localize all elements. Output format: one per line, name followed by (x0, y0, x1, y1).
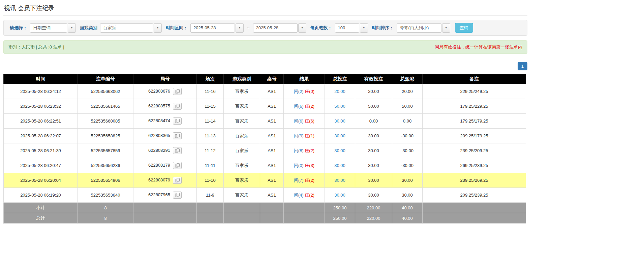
view-result-cards-icon[interactable] (173, 162, 182, 169)
table-row[interactable]: 2025-05-28 06:20:04 522535654906 6228080… (4, 173, 526, 188)
sort-combobox: ▼ (397, 23, 450, 33)
result-banker: 庄(2) (305, 178, 314, 183)
filter-bar: 请选择： ▼ 游戏类别 ▼ 时间区间： ▼ ~ ▼ 每页笔数： ▼ 时间排序： … (3, 20, 527, 36)
grand-total-total-bet: 250.00 (325, 213, 355, 224)
table-row[interactable]: 2025-05-28 06:20:47 522535656236 6228081… (4, 158, 526, 173)
grand-total-count: 8 (78, 213, 133, 224)
result-player: 闲(4) (294, 193, 304, 198)
cell-game-type: 百家乐 (224, 188, 260, 203)
cell-session: 11-12 (197, 143, 224, 158)
table-row[interactable]: 2025-05-28 06:22:07 522535658825 6228083… (4, 129, 526, 143)
cell-total-bet: 50.00 (325, 99, 355, 114)
result-banker: 庄(2) (305, 148, 314, 153)
cell-bet-id: 522535654906 (78, 173, 133, 188)
subtotal-payout: 40.00 (392, 203, 423, 213)
cards-icon (175, 89, 180, 94)
total-bet-link[interactable]: 30.00 (334, 118, 345, 124)
cell-payout: 30.00 (392, 188, 423, 203)
cell-round-id: 622808179 (133, 158, 197, 173)
query-type-combobox: ▼ (30, 23, 76, 33)
date-to-combobox: ▼ (253, 23, 306, 33)
result-banker: 庄(6) (305, 118, 314, 124)
table-row[interactable]: 2025-05-28 06:21:39 522535657859 6228082… (4, 143, 526, 158)
subtotal-row: 小计 8 250.00 220.00 40.00 (4, 203, 526, 213)
table-row[interactable]: 2025-05-28 06:22:51 522535660085 6228084… (4, 114, 526, 129)
cell-payout: -30.00 (392, 158, 423, 173)
cell-payout: -30.00 (392, 129, 423, 143)
cell-valid-bet: 30.00 (355, 173, 392, 188)
cell-table-no: AS1 (260, 99, 284, 114)
header-payout: 总派彩 (392, 74, 423, 84)
total-bet-link[interactable]: 30.00 (334, 133, 345, 138)
total-bet-link[interactable]: 30.00 (334, 193, 345, 198)
query-type-input[interactable] (30, 23, 67, 33)
total-bet-link[interactable]: 50.00 (334, 104, 345, 109)
cell-session: 11-15 (197, 99, 224, 114)
cell-session: 11-11 (197, 158, 224, 173)
cell-bet-id: 522535661465 (78, 99, 133, 114)
date-from-input[interactable] (190, 23, 235, 33)
total-bet-link[interactable]: 30.00 (334, 178, 345, 183)
cell-result: 闲(6) 庄(6) (284, 114, 325, 129)
cell-table-no: AS1 (260, 143, 284, 158)
sort-dropdown-button[interactable]: ▼ (442, 23, 450, 33)
cell-table-no: AS1 (260, 158, 284, 173)
cell-game-type: 百家乐 (224, 173, 260, 188)
sort-input[interactable] (397, 23, 441, 33)
table-row[interactable]: 2025-05-28 06:19:20 522535653640 6228079… (4, 188, 526, 203)
result-banker: 庄(2) (305, 193, 314, 198)
chevron-down-icon: ▼ (301, 27, 304, 29)
view-result-cards-icon[interactable] (173, 103, 182, 110)
date-from-dropdown-button[interactable]: ▼ (236, 23, 244, 33)
cell-result: 闲(9) 庄(1) (284, 129, 325, 143)
cell-empty (197, 203, 224, 213)
header-round-id: 局号 (133, 74, 197, 84)
result-player: 闲(0) (294, 163, 304, 168)
cell-remark: 209.25/179.25 (423, 129, 526, 143)
page-size-combobox: ▼ (335, 23, 368, 33)
cell-round-id: 622808291 (133, 143, 197, 158)
total-bet-link[interactable]: 30.00 (334, 163, 345, 168)
cell-payout: -30.00 (392, 143, 423, 158)
game-type-dropdown-button[interactable]: ▼ (154, 23, 162, 33)
cell-remark: 269.25/239.25 (423, 158, 526, 173)
view-result-cards-icon[interactable] (173, 132, 182, 139)
table-row[interactable]: 2025-05-28 06:23:32 522535661465 6228085… (4, 99, 526, 114)
view-result-cards-icon[interactable] (173, 192, 182, 199)
page-size-input[interactable] (335, 23, 359, 33)
cell-bet-id: 522535658825 (78, 129, 133, 143)
cell-empty (423, 203, 526, 213)
date-to-input[interactable] (253, 23, 298, 33)
cell-game-type: 百家乐 (224, 114, 260, 129)
cell-round-id: 622808365 (133, 129, 197, 143)
table-row[interactable]: 2025-05-28 06:24:12 522535663062 6228086… (4, 84, 526, 99)
round-id-text: 622808079 (148, 177, 170, 182)
cell-remark: 229.25/249.25 (423, 84, 526, 99)
date-to-dropdown-button[interactable]: ▼ (298, 23, 306, 33)
cell-valid-bet: 30.00 (355, 129, 392, 143)
cell-table-no: AS1 (260, 114, 284, 129)
cell-valid-bet: 30.00 (355, 158, 392, 173)
cell-table-no: AS1 (260, 188, 284, 203)
cell-time: 2025-05-28 06:20:04 (4, 173, 78, 188)
cell-total-bet: 30.00 (325, 188, 355, 203)
chevron-down-icon: ▼ (445, 27, 448, 29)
view-result-cards-icon[interactable] (173, 88, 182, 95)
page-button-1[interactable]: 1 (518, 62, 527, 70)
total-bet-link[interactable]: 30.00 (334, 148, 345, 153)
page-size-dropdown-button[interactable]: ▼ (360, 23, 368, 33)
header-valid-bet: 有效投注 (355, 74, 392, 84)
view-result-cards-icon[interactable] (173, 147, 182, 154)
total-bet-link[interactable]: 20.00 (334, 89, 345, 94)
view-result-cards-icon[interactable] (173, 177, 182, 184)
cell-time: 2025-05-28 06:21:39 (4, 143, 78, 158)
cell-time: 2025-05-28 06:23:32 (4, 99, 78, 114)
cell-game-type: 百家乐 (224, 99, 260, 114)
search-button[interactable]: 查询 (455, 23, 473, 33)
game-type-input[interactable] (100, 23, 153, 33)
cell-time: 2025-05-28 06:20:47 (4, 158, 78, 173)
cell-valid-bet: 30.00 (355, 143, 392, 158)
cell-round-id: 622808676 (133, 84, 197, 99)
view-result-cards-icon[interactable] (173, 117, 182, 125)
query-type-dropdown-button[interactable]: ▼ (68, 23, 76, 33)
